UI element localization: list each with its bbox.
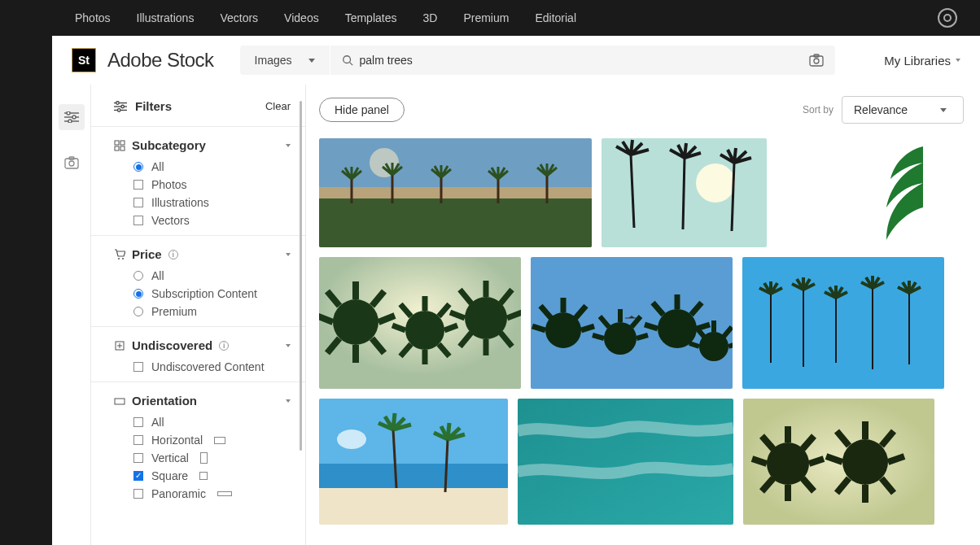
result-thumb[interactable]	[743, 399, 934, 525]
filter-section-undiscovered: Undiscovered i Undiscovered Content	[91, 326, 305, 382]
nav-vectors[interactable]: Vectors	[220, 11, 258, 24]
orientation-option-all[interactable]: All	[133, 416, 291, 429]
undiscovered-header[interactable]: Undiscovered i	[114, 338, 291, 352]
filter-section-orientation: Orientation All Horizontal Vertical Squa…	[91, 382, 305, 508]
filters-clear[interactable]: Clear	[265, 100, 291, 112]
price-option-all[interactable]: All	[133, 269, 291, 282]
chevron-down-icon	[286, 253, 291, 256]
camera-tool-button[interactable]	[59, 150, 85, 176]
orientation-option-panoramic[interactable]: Panoramic	[133, 487, 291, 500]
svg-point-38	[696, 164, 735, 203]
svg-rect-61	[319, 488, 508, 525]
search-group: Images	[240, 46, 835, 75]
result-thumb[interactable]	[602, 138, 767, 247]
subcategory-option-vectors[interactable]: Vectors	[133, 214, 291, 227]
search-icon	[342, 54, 353, 66]
nav-templates[interactable]: Templates	[345, 11, 397, 24]
svg-rect-29	[319, 195, 592, 247]
orientation-header[interactable]: Orientation	[114, 394, 291, 408]
subcategory-option-illustrations[interactable]: Illustrations	[133, 196, 291, 209]
svg-point-15	[116, 101, 120, 104]
nav-premium[interactable]: Premium	[463, 11, 509, 24]
svg-point-45	[405, 311, 444, 350]
sliders-icon	[114, 101, 127, 112]
grid-icon	[114, 140, 125, 151]
filters-tool-button[interactable]	[59, 104, 85, 130]
undiscovered-label: Undiscovered	[132, 338, 212, 352]
svg-point-68	[842, 439, 888, 485]
my-libraries-label: My Libraries	[884, 54, 951, 68]
filter-panel: Filters Clear Subcategory All Photos Ill…	[91, 85, 306, 545]
svg-rect-22	[115, 146, 119, 150]
sort-select[interactable]: Relevance	[842, 96, 964, 124]
result-thumb[interactable]	[319, 257, 521, 389]
price-label: Price	[132, 247, 162, 261]
result-thumb[interactable]	[319, 138, 592, 247]
orientation-option-square[interactable]: Square	[133, 469, 291, 482]
price-header[interactable]: Price i	[114, 247, 291, 261]
subcategory-header[interactable]: Subcategory	[114, 138, 291, 152]
results-grid	[319, 138, 980, 525]
result-thumb[interactable]	[319, 399, 508, 525]
svg-line-40	[683, 158, 685, 229]
horizontal-icon	[214, 437, 225, 444]
filter-header: Filters Clear	[91, 99, 305, 126]
nav-photos[interactable]: Photos	[75, 11, 111, 24]
svg-point-6	[67, 111, 70, 115]
svg-rect-21	[120, 141, 125, 145]
results-toolbar: Hide panel Sort by Relevance	[319, 96, 980, 124]
my-libraries[interactable]: My Libraries	[884, 54, 960, 68]
svg-rect-30	[319, 187, 592, 198]
chevron-down-icon	[286, 144, 291, 147]
result-thumb[interactable]	[531, 257, 733, 389]
results-area: Hide panel Sort by Relevance	[306, 85, 980, 545]
main-window: Photos Illustrations Vectors Videos Temp…	[52, 0, 980, 545]
filter-section-price: Price i All Subscription Content Premium	[91, 235, 305, 326]
svg-rect-23	[120, 146, 125, 150]
chevron-down-icon	[956, 59, 960, 62]
visual-search-icon[interactable]	[809, 54, 824, 67]
result-thumb[interactable]	[518, 399, 733, 525]
svg-point-3	[814, 59, 819, 63]
chevron-down-icon	[286, 399, 291, 403]
orientation-icon	[114, 395, 125, 407]
svg-rect-65	[518, 399, 733, 525]
info-icon[interactable]: i	[219, 341, 229, 351]
price-option-premium[interactable]: Premium	[133, 305, 291, 318]
svg-point-12	[69, 161, 74, 166]
subcategory-option-photos[interactable]: Photos	[133, 178, 291, 191]
search-type-select[interactable]: Images	[240, 46, 330, 75]
cart-icon	[114, 249, 125, 260]
undiscovered-option-content[interactable]: Undiscovered Content	[133, 360, 291, 373]
nav-illustrations[interactable]: Illustrations	[137, 11, 195, 24]
svg-line-1	[349, 63, 352, 66]
result-thumb[interactable]	[777, 138, 943, 247]
svg-rect-53	[742, 257, 944, 389]
svg-point-0	[343, 56, 350, 63]
info-icon[interactable]: i	[168, 250, 178, 259]
nav-3d[interactable]: 3D	[422, 11, 437, 24]
hide-panel-button[interactable]: Hide panel	[319, 98, 405, 122]
chevron-down-icon	[308, 59, 315, 63]
stock-badge-icon: St	[72, 48, 96, 72]
content-row: Filters Clear Subcategory All Photos Ill…	[52, 85, 980, 545]
result-thumb[interactable]	[742, 257, 944, 389]
nav-editorial[interactable]: Editorial	[535, 11, 576, 24]
chevron-down-icon	[940, 108, 947, 112]
brand-logo[interactable]: St Adobe Stock	[72, 48, 214, 72]
orientation-option-vertical[interactable]: Vertical	[133, 451, 291, 464]
brand-name: Adobe Stock	[107, 49, 214, 72]
sort-label: Sort by	[803, 104, 833, 116]
orientation-option-horizontal[interactable]: Horizontal	[133, 434, 291, 447]
svg-rect-11	[65, 159, 78, 168]
svg-rect-60	[319, 464, 508, 488]
creative-cloud-icon[interactable]	[938, 8, 957, 28]
sort-value: Relevance	[854, 103, 908, 116]
svg-point-10	[68, 120, 72, 123]
search-input[interactable]	[353, 46, 809, 75]
price-option-subscription[interactable]: Subscription Content	[133, 287, 291, 300]
svg-point-19	[117, 108, 120, 111]
subcategory-option-all[interactable]: All	[133, 160, 291, 173]
nav-videos[interactable]: Videos	[284, 11, 319, 24]
scrollbar[interactable]	[300, 101, 302, 451]
